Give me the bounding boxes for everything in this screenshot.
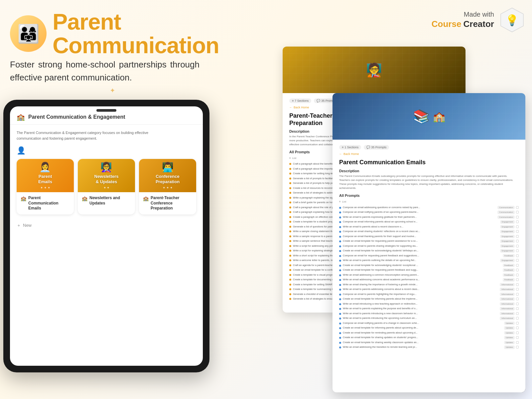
prompt-checkbox[interactable] xyxy=(516,245,519,247)
card-1-person: 👩‍💼 xyxy=(39,162,51,173)
prompt-checkbox[interactable] xyxy=(516,341,519,344)
prompt-tags: Engagement xyxy=(500,235,519,238)
prompt-checkbox[interactable] xyxy=(516,312,519,315)
prompt-checkbox[interactable] xyxy=(516,303,519,305)
prompt-checkbox[interactable] xyxy=(516,259,519,262)
card-1-title: ParentEmails xyxy=(36,174,55,184)
prompt-dot xyxy=(339,211,341,213)
doc2-prompt-12: Write an email to parents outlining the … xyxy=(339,258,519,263)
card-3-label: 🏫 Parent-Teacher Conference Preparation xyxy=(139,192,196,214)
prompt-checkbox[interactable] xyxy=(516,322,519,325)
prompt-dot xyxy=(339,207,341,209)
doc-parent-emails: 📚 🏫 ≡ 1 Sections 💬 35 Prompts ← Back Hom… xyxy=(332,93,525,392)
prompt-checkbox[interactable] xyxy=(516,278,519,281)
prompt-dot xyxy=(289,211,291,213)
prompt-checkbox[interactable] xyxy=(516,298,519,300)
prompt-tags: Feedback xyxy=(503,268,519,272)
prompt-dot xyxy=(339,327,341,329)
prompt-checkbox[interactable] xyxy=(516,235,519,238)
doc2-prompt-16: Write an email addressing concerns about… xyxy=(339,277,519,282)
prompt-dot xyxy=(339,255,341,257)
prompt-checkbox[interactable] xyxy=(516,220,519,223)
prompt-dot xyxy=(339,245,341,247)
prompt-checkbox[interactable] xyxy=(516,206,519,209)
prompt-dot xyxy=(339,303,341,305)
tablet-logo: 🏫 xyxy=(17,113,25,121)
prompt-checkbox[interactable] xyxy=(516,264,519,267)
prompt-dot xyxy=(339,221,341,223)
prompt-checkbox[interactable] xyxy=(516,332,519,334)
card-newsletters[interactable]: 👩‍🏫 Newsletters& Updates ✦ ✦ 🏫 Newslette… xyxy=(78,159,135,214)
new-label: New xyxy=(23,223,32,228)
prompt-dot xyxy=(339,269,341,271)
doc2-prompt-17: Write an email sharing the importance of… xyxy=(339,282,519,287)
doc2-prompt-8: Create an email template for requesting … xyxy=(339,239,519,244)
doc-2-meta-sections: ≡ 1 Sections xyxy=(339,145,361,150)
doc-2-hero-icon: 📚 xyxy=(413,109,430,124)
prompt-checkbox[interactable] xyxy=(516,216,519,218)
prompt-dot xyxy=(289,187,291,189)
header-title: Parent Communication xyxy=(53,10,219,58)
prompt-checkbox[interactable] xyxy=(516,269,519,271)
prompt-dot xyxy=(339,216,341,218)
doc2-prompt-30: Write an email addressing the transition… xyxy=(339,345,519,350)
prompt-checkbox[interactable] xyxy=(516,293,519,296)
prompt-tags: Engagement xyxy=(500,220,519,223)
prompt-tags: Feedback xyxy=(503,273,519,277)
doc2-prompt-26: Create an email template for informing p… xyxy=(339,326,519,331)
prompt-checkbox[interactable] xyxy=(516,283,519,286)
prompt-checkbox[interactable] xyxy=(516,240,519,242)
doc-1-hero-bg: 🧑‍🏫 xyxy=(283,47,466,93)
prompt-tags: Updates xyxy=(504,345,519,349)
prompt-checkbox[interactable] xyxy=(516,346,519,348)
doc-2-back-link[interactable]: ← Back Home xyxy=(339,152,519,156)
doc-2-hero-icon2: 🏫 xyxy=(433,111,445,122)
made-with-label: Made with xyxy=(432,10,494,19)
prompt-dot xyxy=(289,269,291,271)
subtitle: Foster strong home-school partnerships t… xyxy=(10,58,200,84)
prompt-dot xyxy=(339,250,341,252)
prompt-checkbox[interactable] xyxy=(516,225,519,228)
prompt-tags: Informational xyxy=(500,297,519,301)
prompt-dot xyxy=(339,265,341,267)
prompt-dot xyxy=(289,240,291,242)
prompt-checkbox[interactable] xyxy=(516,211,519,213)
prompt-dot xyxy=(339,337,341,339)
prompt-dot xyxy=(339,298,341,300)
prompt-tags: Updates xyxy=(504,326,519,330)
new-button[interactable]: ＋ New xyxy=(17,220,196,231)
prompt-dot xyxy=(289,192,291,194)
card-conference[interactable]: 👨‍💻 ConferencePreparation ✦ ✦ ✦ 🏫 Parent… xyxy=(139,159,196,214)
prompt-checkbox[interactable] xyxy=(516,327,519,329)
doc2-prompt-22: Write an email to parents explaining the… xyxy=(339,306,519,311)
prompt-checkbox[interactable] xyxy=(516,254,519,257)
prompt-checkbox[interactable] xyxy=(516,336,519,339)
prompt-tags: Feedback xyxy=(503,264,519,267)
card-3-stars: ✦ ✦ ✦ xyxy=(163,186,173,190)
doc2-prompt-23: Write an email to parents introducing a … xyxy=(339,311,519,316)
card-2-content: 👩‍🏫 Newsletters& Updates ✦ ✦ xyxy=(92,162,121,189)
card-3-label-text: Parent-Teacher Conference Preparation xyxy=(151,196,192,211)
doc-1-hero-icon: 🧑‍🏫 xyxy=(366,62,382,78)
prompt-dot xyxy=(289,197,291,199)
prompt-checkbox[interactable] xyxy=(516,274,519,276)
prompt-checkbox[interactable] xyxy=(516,230,519,233)
doc2-prompt-1: Compose an email addressing questions or… xyxy=(339,205,519,210)
doc2-prompt-25: Compose an email notifying parents of a … xyxy=(339,321,519,326)
doc2-prompt-15: Write an email addressing a common misco… xyxy=(339,273,519,278)
prompt-dot xyxy=(339,240,341,242)
doc-2-meta-prompts: 💬 35 Prompts xyxy=(364,145,389,150)
prompt-checkbox[interactable] xyxy=(516,288,519,291)
prompt-tags: Updates xyxy=(504,331,519,334)
card-1-content: 👩‍💼 ParentEmails ✦ ✦ ✦ xyxy=(36,162,55,189)
prompt-checkbox[interactable] xyxy=(516,249,519,252)
prompt-dot xyxy=(289,182,291,184)
prompt-dot xyxy=(289,245,291,247)
card-parent-emails[interactable]: 👩‍💼 ParentEmails ✦ ✦ ✦ 🏫 Parent Communic… xyxy=(17,159,74,214)
prompt-tags: Informational xyxy=(500,302,519,306)
prompt-tags: Feedback xyxy=(503,278,519,281)
tablet-body: The Parent Communication & Engagement ca… xyxy=(10,125,203,366)
prompt-dot xyxy=(289,264,291,266)
prompt-checkbox[interactable] xyxy=(516,307,519,310)
prompt-checkbox[interactable] xyxy=(516,317,519,320)
